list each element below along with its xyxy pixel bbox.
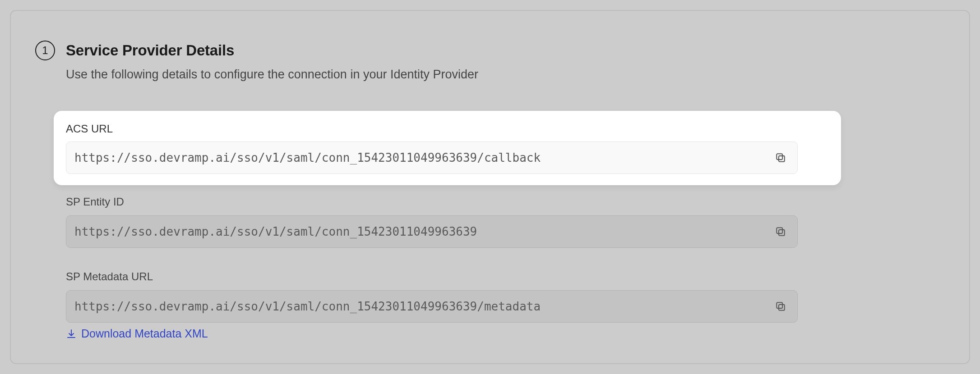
copy-entity-button[interactable] — [773, 224, 788, 239]
metadata-url-label: SP Metadata URL — [66, 270, 153, 283]
service-provider-card: 1 Service Provider Details Use the follo… — [10, 10, 970, 364]
svg-rect-5 — [777, 302, 782, 308]
acs-url-field[interactable]: https://sso.devramp.ai/sso/v1/saml/conn_… — [66, 141, 798, 174]
copy-icon — [774, 300, 787, 313]
svg-rect-4 — [779, 305, 785, 310]
copy-acs-button[interactable] — [773, 150, 788, 165]
metadata-url-field[interactable]: https://sso.devramp.ai/sso/v1/saml/conn_… — [66, 290, 798, 323]
copy-metadata-button[interactable] — [773, 299, 788, 314]
download-icon — [66, 328, 77, 339]
download-metadata-link[interactable]: Download Metadata XML — [66, 327, 208, 340]
copy-icon — [774, 151, 787, 164]
entity-id-value: https://sso.devramp.ai/sso/v1/saml/conn_… — [74, 225, 773, 238]
section-title: Service Provider Details — [66, 42, 234, 59]
acs-url-label: ACS URL — [66, 123, 113, 135]
copy-icon — [774, 225, 787, 238]
acs-url-value: https://sso.devramp.ai/sso/v1/saml/conn_… — [74, 151, 773, 164]
svg-rect-3 — [777, 228, 782, 233]
metadata-url-value: https://sso.devramp.ai/sso/v1/saml/conn_… — [74, 300, 773, 313]
svg-rect-2 — [779, 230, 785, 236]
download-metadata-label: Download Metadata XML — [81, 327, 208, 340]
entity-id-field[interactable]: https://sso.devramp.ai/sso/v1/saml/conn_… — [66, 215, 798, 248]
svg-rect-0 — [779, 156, 785, 162]
svg-rect-1 — [777, 154, 782, 160]
step-number: 1 — [42, 44, 48, 57]
step-number-badge: 1 — [35, 41, 55, 60]
section-subtitle: Use the following details to configure t… — [66, 68, 478, 82]
entity-id-label: SP Entity ID — [66, 196, 124, 208]
